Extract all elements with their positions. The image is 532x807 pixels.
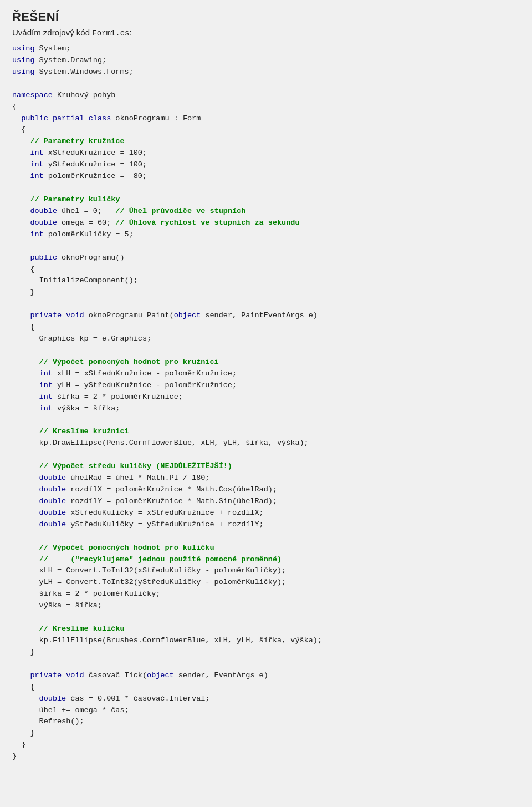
code-block: using System; using System.Drawing; usin… [12, 43, 520, 763]
intro-paragraph: Uvádím zdrojový kód Form1.cs: [12, 28, 520, 38]
page-title: ŘEŠENÍ [12, 10, 520, 24]
filename-code: Form1.cs [92, 29, 129, 38]
